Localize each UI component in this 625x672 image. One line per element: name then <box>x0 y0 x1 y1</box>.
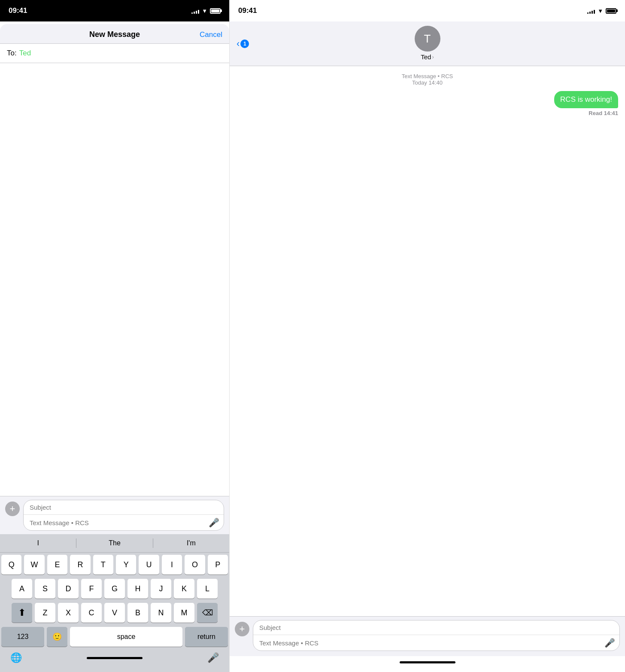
subject-input[interactable] <box>24 500 224 515</box>
key-j[interactable]: J <box>151 579 171 599</box>
key-q[interactable]: Q <box>1 555 21 575</box>
right-status-right: ▼ <box>587 8 616 14</box>
key-k[interactable]: K <box>174 579 194 599</box>
mic-icon-bottom[interactable]: 🎤 <box>207 652 219 663</box>
right-wifi-icon: ▼ <box>598 8 603 14</box>
key-v[interactable]: V <box>104 603 125 623</box>
left-input-box: 🎤 <box>23 500 224 531</box>
right-home-indicator <box>400 661 455 663</box>
message-input-row: 🎤 <box>24 515 224 530</box>
keyboard-row-3: ⬆ Z X C V B N M ⌫ <box>0 601 229 625</box>
new-message-header: New Message Cancel <box>0 24 229 44</box>
return-key[interactable]: return <box>185 627 228 647</box>
globe-icon[interactable]: 🌐 <box>10 652 22 663</box>
key-i[interactable]: I <box>162 555 182 575</box>
right-battery-icon <box>606 8 616 14</box>
right-message-input-row: 🎤 <box>253 635 619 651</box>
right-input-area: + 🎤 <box>230 616 625 656</box>
right-add-button[interactable]: + <box>235 622 249 636</box>
key-f[interactable]: F <box>81 579 102 599</box>
autocomplete-item-im[interactable]: I'm <box>153 539 229 547</box>
home-indicator <box>87 657 143 659</box>
key-u[interactable]: U <box>139 555 159 575</box>
key-n[interactable]: N <box>151 603 171 623</box>
message-input[interactable] <box>30 519 209 526</box>
contact-detail-chevron: › <box>432 54 434 60</box>
cancel-button[interactable]: Cancel <box>200 30 222 39</box>
messages-area: Text Message • RCS Today 14:40 RCS is wo… <box>230 66 625 616</box>
right-bottom-bar <box>230 656 625 672</box>
keyboard-row-4: 123 🙂 space return <box>0 625 229 649</box>
key-o[interactable]: O <box>185 555 205 575</box>
key-g[interactable]: G <box>104 579 125 599</box>
right-message-input[interactable] <box>259 639 604 647</box>
back-chevron-icon: ‹ <box>237 38 240 49</box>
left-panel: 09:41 ▼ New Message Cancel To: Ted + <box>0 0 230 672</box>
new-message-title: New Message <box>89 30 140 39</box>
conversation-header: ‹ 1 T Ted › <box>230 21 625 66</box>
shift-key[interactable]: ⬆ <box>12 603 32 623</box>
key-x[interactable]: X <box>58 603 79 623</box>
key-a[interactable]: A <box>12 579 32 599</box>
emoji-key[interactable]: 🙂 <box>47 627 67 647</box>
key-e[interactable]: E <box>47 555 67 575</box>
key-t[interactable]: T <box>93 555 113 575</box>
read-status: Read 14:41 <box>237 110 618 116</box>
space-key[interactable]: space <box>70 627 182 647</box>
key-c[interactable]: C <box>81 603 102 623</box>
backspace-key[interactable]: ⌫ <box>197 603 218 623</box>
key-s[interactable]: S <box>35 579 55 599</box>
right-signal-icon <box>587 8 595 14</box>
right-panel: 09:41 ▼ ‹ 1 T Ted › <box>230 0 625 672</box>
keyboard-bottom-bar: 🌐 🎤 <box>0 649 229 672</box>
key-y[interactable]: Y <box>116 555 136 575</box>
right-input-box: 🎤 <box>253 620 620 651</box>
numbers-key[interactable]: 123 <box>1 627 44 647</box>
right-status-bar: 09:41 ▼ <box>230 0 625 21</box>
left-wifi-icon: ▼ <box>202 8 207 14</box>
mic-button[interactable]: 🎤 <box>209 517 219 528</box>
unread-badge: 1 <box>240 40 249 48</box>
keyboard: Q W E R T Y U I O P A S D F G H J K L ⬆ … <box>0 553 229 672</box>
key-z[interactable]: Z <box>35 603 55 623</box>
key-b[interactable]: B <box>127 603 148 623</box>
key-p[interactable]: P <box>208 555 228 575</box>
autocomplete-item-i[interactable]: I <box>0 539 76 547</box>
keyboard-row-1: Q W E R T Y U I O P <box>0 553 229 577</box>
key-w[interactable]: W <box>24 555 44 575</box>
message-meta: Text Message • RCS Today 14:40 <box>237 73 618 86</box>
to-field[interactable]: To: Ted <box>0 44 229 63</box>
contact-avatar: T <box>415 26 440 52</box>
message-bubble-row: RCS is working! <box>237 91 618 108</box>
left-message-area <box>0 63 229 496</box>
contact-name[interactable]: Ted › <box>421 53 434 61</box>
key-h[interactable]: H <box>127 579 148 599</box>
key-r[interactable]: R <box>70 555 90 575</box>
keyboard-row-2: A S D F G H J K L <box>0 577 229 601</box>
left-status-right: ▼ <box>191 8 221 14</box>
left-status-bar: 09:41 ▼ <box>0 0 229 21</box>
right-mic-button[interactable]: 🎤 <box>604 638 615 648</box>
left-battery-icon <box>210 8 221 14</box>
right-subject-input[interactable] <box>253 620 619 635</box>
key-m[interactable]: M <box>174 603 194 623</box>
message-bubble: RCS is working! <box>554 91 618 108</box>
left-input-area: + 🎤 <box>0 496 229 534</box>
add-attachment-button[interactable]: + <box>5 502 20 516</box>
key-l[interactable]: L <box>197 579 218 599</box>
to-label: To: <box>7 49 17 58</box>
to-recipient[interactable]: Ted <box>19 49 31 58</box>
left-time: 09:41 <box>9 6 27 15</box>
back-button[interactable]: ‹ 1 <box>237 38 249 49</box>
autocomplete-item-the[interactable]: The <box>76 539 152 547</box>
right-time: 09:41 <box>238 6 257 15</box>
left-signal-icon <box>191 8 199 14</box>
key-d[interactable]: D <box>58 579 79 599</box>
autocomplete-bar: I The I'm <box>0 534 229 553</box>
